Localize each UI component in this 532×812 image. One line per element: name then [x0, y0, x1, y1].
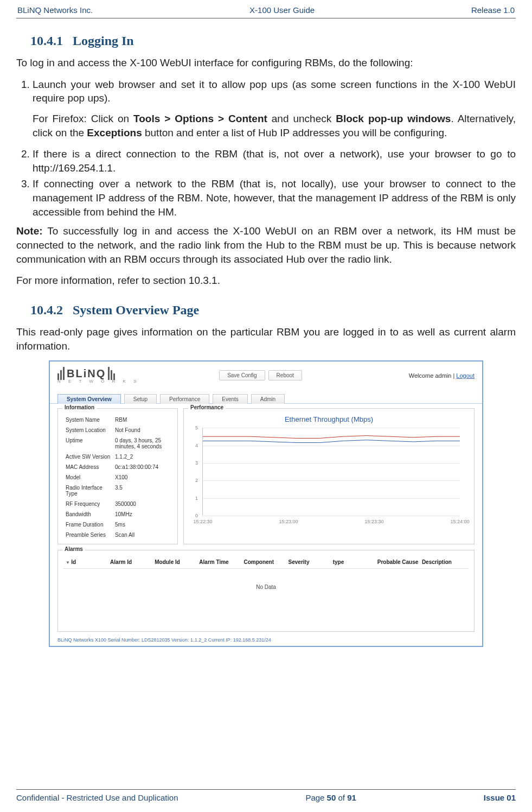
chart-xtick: 15:24:00 [450, 519, 469, 524]
blinq-logo: BLiNQ N E T W O R K S [57, 367, 150, 384]
chart-title: Ethernet Throughput (Mbps) [189, 415, 469, 423]
steps-list: Launch your web browser and set it to al… [16, 78, 516, 219]
chart-ytick: 4 [195, 443, 198, 448]
throughput-chart: 01234515:22:3015:23:0015:23:3015:24:00 [189, 424, 469, 528]
chart-series-series-blue [203, 440, 460, 443]
user-greeting: Welcome admin | Logout [371, 372, 475, 379]
info-value: 1.1.2_2 [114, 452, 171, 461]
info-key: Radio Interface Type [65, 483, 113, 498]
info-row: System LocationNot Found [65, 426, 171, 435]
info-value: Not Found [114, 426, 171, 435]
information-panel: Information System NameRBMSystem Locatio… [57, 408, 178, 544]
section-number: 10.4.1 [30, 34, 63, 48]
page-footer: Confidential - Restricted Use and Duplic… [16, 789, 516, 802]
alarm-nodata: No Data [63, 569, 469, 628]
info-key: RF Frequency [65, 499, 113, 509]
information-legend: Information [62, 404, 97, 410]
section2-intro: This read-only page gives information on… [16, 325, 516, 353]
alarm-col-header[interactable]: Description [422, 559, 466, 565]
logo-text: BLiNQ [67, 367, 106, 380]
info-value: 0c:a1:38:00:00:74 [114, 462, 171, 472]
alarm-col-header[interactable]: type [333, 559, 377, 565]
info-key: Uptime [65, 436, 113, 451]
alarm-table-header: IdAlarm IdModule IdAlarm TimeComponentSe… [63, 556, 469, 569]
tab-performance[interactable]: Performance [160, 394, 209, 404]
tab-admin[interactable]: Admin [251, 394, 285, 404]
alarm-col-header[interactable]: Severity [289, 559, 333, 565]
info-row: Preamble SeriesScan All [65, 530, 171, 540]
info-row: RF Frequency3500000 [65, 499, 171, 509]
header-left: BLiNQ Networks Inc. [17, 5, 93, 15]
section-heading-logging-in: 10.4.1Logging In [30, 34, 516, 48]
section-title: System Overview Page [73, 303, 199, 317]
header-rule [16, 18, 516, 18]
alarm-col-header[interactable]: Alarm Id [110, 559, 155, 565]
webui-status-footer: BLiNQ Networks X100 Serial Number: LDS28… [50, 636, 482, 646]
tab-events[interactable]: Events [213, 394, 248, 404]
logo-bars-left-icon [57, 367, 65, 380]
info-row: Uptime0 days, 3 hours, 25 minutes, 4 sec… [65, 436, 171, 451]
webui-screenshot: BLiNQ N E T W O R K S Save Config Reboot… [49, 360, 483, 647]
logo-subtext: N E T W O R K S [57, 379, 150, 384]
tab-setup[interactable]: Setup [124, 394, 157, 404]
section-number: 10.4.2 [30, 303, 63, 317]
alarm-col-header[interactable]: Module Id [155, 559, 199, 565]
info-value: 5ms [114, 520, 171, 529]
page-header: BLiNQ Networks Inc. X-100 User Guide Rel… [16, 5, 516, 17]
chart-ytick: 0 [195, 513, 198, 518]
footer-rule [16, 789, 516, 790]
performance-legend: Performance [188, 404, 226, 410]
info-key: System Location [65, 426, 113, 435]
info-value: 3.5 [114, 483, 171, 498]
info-value: RBM [114, 415, 171, 424]
note-paragraph: Note: To successfully log in and access … [16, 224, 516, 266]
tab-bar: System OverviewSetupPerformanceEventsAdm… [50, 387, 482, 404]
alarms-legend: Alarms [62, 546, 85, 552]
chart-ytick: 5 [195, 425, 198, 430]
chart-xtick: 15:23:30 [364, 519, 383, 524]
step-3: If connecting over a network to the RBM … [33, 177, 516, 219]
alarm-col-header[interactable]: Id [66, 559, 110, 565]
performance-panel: Performance Ethernet Throughput (Mbps) 0… [183, 408, 475, 544]
info-row: ModelX100 [65, 473, 171, 482]
info-key: Bandwidth [65, 510, 113, 519]
webui-header: BLiNQ N E T W O R K S Save Config Reboot… [50, 361, 482, 387]
logo-bars-right-icon [108, 367, 115, 380]
footer-center: Page 50 of 91 [178, 793, 483, 802]
step-1-sub: For Firefox: Click on Tools > Options > … [33, 112, 516, 139]
info-key: Active SW Version [65, 452, 113, 461]
logout-link[interactable]: Logout [456, 372, 475, 379]
info-key: Frame Duration [65, 520, 113, 529]
info-value: 10MHz [114, 510, 171, 519]
chart-xtick: 15:22:30 [193, 519, 212, 524]
chart-series-series-red [203, 436, 460, 439]
info-row: Bandwidth10MHz [65, 510, 171, 519]
info-row: Active SW Version1.1.2_2 [65, 452, 171, 461]
info-row: Radio Interface Type3.5 [65, 483, 171, 498]
step-2: If there is a direct connection to the R… [33, 147, 516, 175]
alarm-col-header[interactable]: Probable Cause [377, 559, 422, 565]
information-table: System NameRBMSystem LocationNot FoundUp… [63, 414, 172, 541]
intro-paragraph: To log in and access the X-100 WebUI int… [16, 56, 516, 70]
chart-gridline [203, 516, 460, 516]
info-key: MAC Address [65, 462, 113, 472]
info-value: 3500000 [114, 499, 171, 509]
header-center: X-100 User Guide [249, 5, 315, 15]
alarm-col-header[interactable]: Alarm Time [199, 559, 243, 565]
footer-right: Issue 01 [484, 793, 516, 802]
alarm-col-header[interactable]: Component [243, 559, 288, 565]
save-config-button[interactable]: Save Config [219, 370, 265, 380]
chart-ytick: 1 [195, 496, 198, 501]
info-value: 0 days, 3 hours, 25 minutes, 4 seconds [114, 436, 171, 451]
section-title: Logging In [73, 34, 134, 48]
chart-ytick: 2 [195, 478, 198, 483]
info-value: X100 [114, 473, 171, 482]
footer-left: Confidential - Restricted Use and Duplic… [16, 793, 178, 802]
reboot-button[interactable]: Reboot [268, 370, 302, 380]
chart-xtick: 15:23:00 [279, 519, 298, 524]
chart-svg [203, 428, 460, 516]
alarms-panel: Alarms IdAlarm IdModule IdAlarm TimeComp… [57, 550, 475, 632]
header-right: Release 1.0 [471, 5, 515, 15]
step-1: Launch your web browser and set it to al… [33, 78, 516, 140]
tab-system-overview[interactable]: System Overview [57, 394, 121, 404]
